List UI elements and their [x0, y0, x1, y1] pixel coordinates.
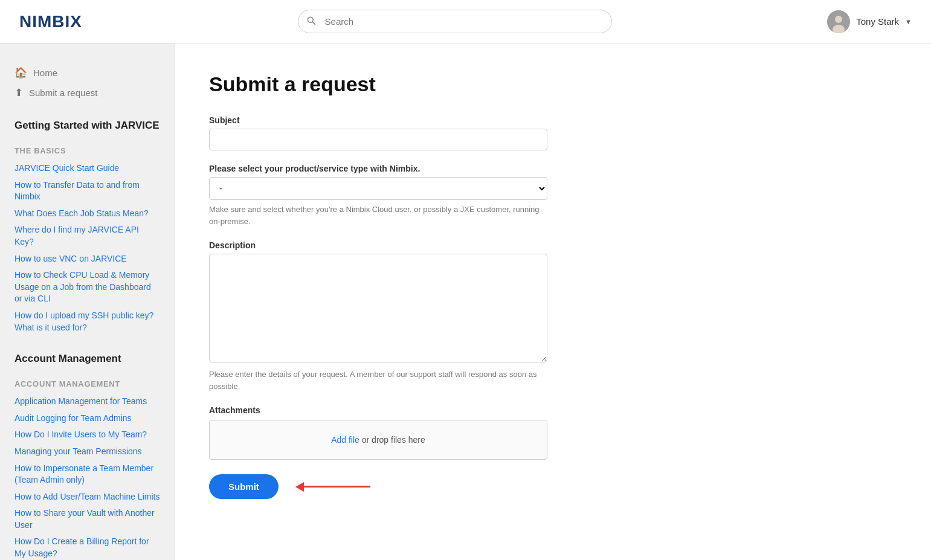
sidebar-link-impersonate[interactable]: How to Impersonate a Team Member (Team A…: [14, 460, 160, 489]
product-group: Please select your product/service type …: [209, 164, 897, 227]
description-textarea[interactable]: [209, 254, 547, 362]
submit-row: Submit: [209, 474, 897, 499]
avatar: [827, 10, 850, 33]
sidebar-item-submit[interactable]: ⬆ Submit a request: [14, 83, 160, 103]
submit-icon: ⬆: [14, 86, 23, 99]
drop-zone-text: or drop files here: [359, 435, 425, 445]
sidebar-link-billingreport[interactable]: How Do I Create a Billing Report for My …: [14, 533, 160, 560]
sidebar-link-quickstart[interactable]: JARVICE Quick Start Guide: [14, 160, 160, 177]
sidebar-link-vnc[interactable]: How to use VNC on JARVICE: [14, 251, 160, 268]
description-group: Description Please enter the details of …: [209, 240, 897, 392]
description-label: Description: [209, 240, 897, 250]
search-bar: [298, 10, 612, 33]
drop-zone[interactable]: Add file or drop files here: [209, 420, 547, 460]
arrow-head: [295, 482, 304, 492]
arrow-indicator: [295, 482, 370, 492]
sidebar-link-machinelimits[interactable]: How to Add User/Team Machine Limits: [14, 489, 160, 506]
sidebar-section-basics: THE BASICS: [14, 146, 160, 155]
sidebar-group-account: Account Management: [14, 353, 160, 365]
sidebar-link-teampermissions[interactable]: Managing your Team Permissions: [14, 443, 160, 460]
sidebar-link-apikey[interactable]: Where do I find my JARVICE API Key?: [14, 222, 160, 250]
subject-input[interactable]: [209, 129, 547, 150]
sidebar-link-cpu[interactable]: How to Check CPU Load & Memory Usage on …: [14, 267, 160, 307]
sidebar-link-jobstatus[interactable]: What Does Each Job Status Mean?: [14, 205, 160, 222]
user-name: Tony Stark: [856, 16, 899, 27]
arrow-body: [304, 486, 370, 488]
sidebar: 🏠 Home ⬆ Submit a request Getting Starte…: [0, 43, 175, 560]
sidebar-link-auditlogging[interactable]: Audit Logging for Team Admins: [14, 410, 160, 427]
product-select[interactable]: - Nimbix Cloud JXE On-Premise: [209, 177, 547, 200]
sidebar-item-home[interactable]: 🏠 Home: [14, 63, 160, 83]
logo: NIMBIX: [19, 12, 82, 31]
product-hint: Make sure and select whether you're a Ni…: [209, 204, 547, 227]
layout: 🏠 Home ⬆ Submit a request Getting Starte…: [0, 43, 931, 560]
attachments-group: Attachments Add file or drop files here: [209, 405, 897, 460]
sidebar-group-getting-started: Getting Started with JARVICE: [14, 120, 160, 132]
sidebar-link-transfer[interactable]: How to Transfer Data to and from Nimbix: [14, 177, 160, 205]
sidebar-nav-home-label: Home: [33, 68, 57, 78]
search-input[interactable]: [298, 10, 612, 33]
sidebar-link-ssh[interactable]: How do I upload my SSH public key? What …: [14, 307, 160, 336]
subject-group: Subject: [209, 115, 897, 150]
sidebar-link-sharevault[interactable]: How to Share your Vault with Another Use…: [14, 505, 160, 533]
sidebar-link-inviteusers[interactable]: How Do I Invite Users to My Team?: [14, 426, 160, 443]
subject-label: Subject: [209, 115, 897, 125]
home-icon: 🏠: [14, 66, 27, 79]
sidebar-section-account: ACCOUNT MANAGEMENT: [14, 379, 160, 388]
add-file-link[interactable]: Add file: [331, 435, 359, 445]
svg-line-1: [312, 22, 315, 24]
sidebar-nav-submit-label: Submit a request: [29, 88, 97, 98]
user-area[interactable]: Tony Stark ▼: [827, 10, 912, 33]
main-content: Submit a request Subject Please select y…: [175, 43, 931, 560]
chevron-down-icon: ▼: [905, 18, 912, 25]
product-label: Please select your product/service type …: [209, 164, 897, 173]
submit-button[interactable]: Submit: [209, 474, 279, 499]
search-icon: [306, 16, 316, 28]
attachments-label: Attachments: [209, 405, 897, 415]
description-hint: Please enter the details of your request…: [209, 369, 547, 392]
page-title: Submit a request: [209, 72, 897, 96]
svg-point-3: [835, 16, 842, 23]
sidebar-link-appmanagement[interactable]: Application Management for Teams: [14, 393, 160, 410]
header: NIMBIX Tony Stark ▼: [0, 0, 931, 43]
